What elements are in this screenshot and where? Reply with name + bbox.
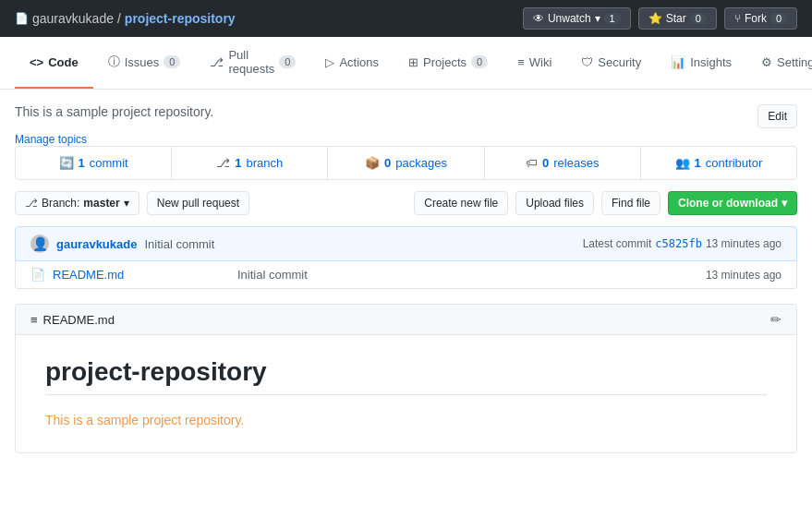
star-button[interactable]: ⭐ Star 0	[638, 7, 717, 30]
tab-projects-label: Projects	[423, 55, 467, 69]
clone-label: Clone or download	[678, 197, 778, 210]
branches-count: 1	[235, 156, 241, 170]
upload-files-button[interactable]: Upload files	[515, 191, 594, 215]
nav-tabs: <> Code ⓘ Issues 0 ⎇ Pull requests 0 ▷ A…	[0, 37, 812, 90]
commit-bar: 👤 gauravkukade Initial commit Latest com…	[15, 226, 797, 261]
settings-icon: ⚙	[761, 55, 772, 69]
repo-description: This is a sample project repository.	[15, 104, 213, 119]
releases-stat[interactable]: 🏷 0 releases	[485, 147, 641, 179]
star-label: Star	[666, 12, 686, 25]
toolbar: ⎇ Branch: master ▾ New pull request Crea…	[15, 191, 797, 215]
tab-pull-requests[interactable]: ⎇ Pull requests 0	[195, 37, 310, 89]
repo-owner[interactable]: gauravkukade	[32, 11, 114, 26]
watch-button[interactable]: 👁 Unwatch ▾ 1	[523, 7, 631, 30]
repo-title: 📄 gauravkukade / project-repository	[15, 11, 236, 26]
packages-count: 0	[384, 156, 391, 170]
projects-icon: ⊞	[408, 55, 418, 69]
packages-stat[interactable]: 📦 0 packages	[328, 147, 484, 179]
main-content: This is a sample project repository. Edi…	[0, 90, 812, 468]
issues-count: 0	[164, 55, 180, 68]
contributors-stat[interactable]: 👥 1 contributor	[641, 147, 796, 179]
commit-right: Latest commit c5825fb 13 minutes ago	[583, 237, 782, 250]
readme-icon: ≡	[30, 313, 38, 327]
branch-label: Branch:	[42, 197, 79, 210]
commit-left: 👤 gauravkukade Initial commit	[30, 234, 214, 253]
tab-code-label: Code	[48, 55, 79, 69]
tab-insights[interactable]: 📊 Insights	[656, 37, 746, 89]
security-icon: 🛡	[581, 55, 593, 69]
find-file-button[interactable]: Find file	[601, 191, 661, 215]
tab-pr-label: Pull requests	[228, 48, 274, 76]
file-name[interactable]: README.md	[53, 268, 237, 282]
tab-wiki[interactable]: ≡ Wiki	[503, 37, 566, 89]
avatar: 👤	[30, 234, 49, 253]
toolbar-right: Create new file Upload files Find file C…	[414, 191, 797, 215]
commit-author[interactable]: gauravkukade	[56, 237, 137, 251]
issues-icon: ⓘ	[108, 54, 120, 70]
tab-settings[interactable]: ⚙ Settings	[746, 37, 812, 89]
readme-section: ≡ README.md ✏ project-repository This is…	[15, 304, 797, 453]
pencil-icon[interactable]: ✏	[770, 312, 782, 327]
watch-count: 1	[604, 13, 621, 24]
wiki-icon: ≡	[517, 55, 525, 69]
separator: /	[117, 11, 121, 26]
commit-icon: 🔄	[59, 156, 74, 170]
projects-count: 0	[471, 55, 488, 68]
stats-row: 🔄 1 commit ⎇ 1 branch 📦 0 packages 🏷 0 r…	[15, 146, 797, 180]
fork-icon: ⑂	[734, 12, 741, 25]
tab-actions-label: Actions	[339, 55, 379, 69]
tab-security[interactable]: 🛡 Security	[566, 37, 656, 89]
clone-or-download-button[interactable]: Clone or download ▾	[668, 191, 797, 215]
chevron-down-icon: ▾	[124, 197, 129, 210]
commits-count: 1	[79, 156, 85, 170]
readme-body: project-repository This is a sample proj…	[16, 335, 796, 452]
tab-issues[interactable]: ⓘ Issues 0	[93, 37, 196, 89]
fork-label: Fork	[745, 12, 767, 25]
eye-icon: 👁	[533, 12, 544, 25]
release-icon: 🏷	[526, 156, 538, 170]
branches-stat[interactable]: ⎇ 1 branch	[172, 147, 328, 179]
tab-actions[interactable]: ▷ Actions	[310, 37, 394, 89]
new-pull-request-button[interactable]: New pull request	[147, 191, 249, 215]
actions-icon: ▷	[325, 55, 334, 69]
edit-button[interactable]: Edit	[757, 104, 797, 128]
file-commit-message: Initial commit	[237, 268, 706, 282]
commits-label: commit	[90, 156, 128, 170]
branch-name: master	[83, 197, 119, 210]
pr-count: 0	[279, 55, 296, 68]
fork-button[interactable]: ⑂ Fork 0	[724, 7, 797, 30]
packages-label: packages	[395, 156, 447, 170]
table-row: 📄 README.md Initial commit 13 minutes ag…	[16, 261, 796, 288]
contributor-icon: 👥	[675, 156, 690, 170]
fork-count: 0	[770, 13, 787, 24]
commit-message[interactable]: Initial commit	[144, 237, 214, 251]
tab-settings-label: Settings	[777, 55, 812, 69]
tab-issues-label: Issues	[125, 55, 160, 69]
manage-topics-link[interactable]: Manage topics	[15, 133, 87, 146]
toolbar-left: ⎇ Branch: master ▾ New pull request	[15, 191, 249, 215]
chevron-down-icon-clone: ▾	[782, 197, 787, 210]
file-time: 13 minutes ago	[706, 269, 782, 282]
branch-icon-small: ⎇	[25, 197, 38, 210]
readme-heading: project-repository	[45, 357, 767, 395]
watch-label: Unwatch	[548, 12, 591, 25]
package-icon: 📦	[365, 156, 380, 170]
latest-commit-label: Latest commit	[583, 237, 652, 250]
file-icon: 📄	[30, 268, 45, 282]
readme-paragraph: This is a sample project repository.	[45, 410, 767, 430]
branch-selector[interactable]: ⎇ Branch: master ▾	[15, 191, 139, 215]
repo-name[interactable]: project-repository	[125, 11, 236, 26]
readme-header: ≡ README.md ✏	[16, 305, 796, 335]
tab-code[interactable]: <> Code	[15, 37, 93, 89]
readme-title: ≡ README.md	[30, 313, 115, 327]
tab-security-label: Security	[598, 55, 641, 69]
branches-label: branch	[247, 156, 284, 170]
create-new-file-button[interactable]: Create new file	[414, 191, 508, 215]
insights-icon: 📊	[671, 55, 685, 69]
contributors-label: contributor	[706, 156, 762, 170]
commit-hash[interactable]: c5825fb	[655, 237, 702, 250]
file-table: 📄 README.md Initial commit 13 minutes ag…	[15, 261, 797, 289]
commits-stat[interactable]: 🔄 1 commit	[16, 147, 172, 179]
tab-projects[interactable]: ⊞ Projects 0	[394, 37, 503, 89]
readme-filename: README.md	[43, 313, 115, 327]
